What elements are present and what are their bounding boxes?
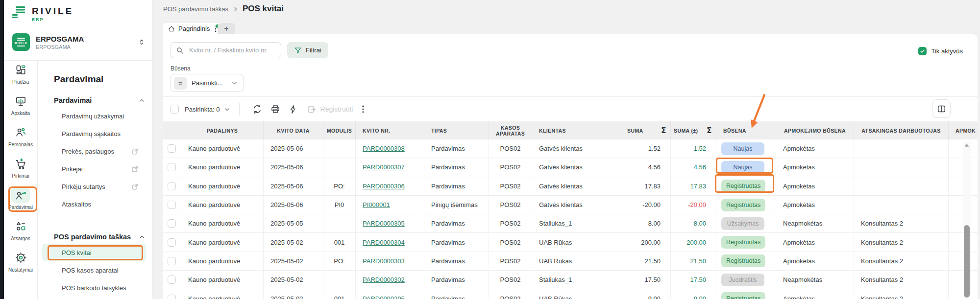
- amount: 17.83: [644, 183, 661, 190]
- table-header-row: PADALINYSKVITO DATAMODULISKVITO NR.TIPAS…: [163, 121, 978, 139]
- status-badge: Užsakymas: [721, 217, 764, 230]
- amount: 9.00: [648, 295, 661, 299]
- chevron-down-icon[interactable]: [224, 106, 230, 113]
- sum-aggregate-suma[interactable]: Σ: [658, 128, 666, 134]
- rail-item-atsargos[interactable]: Atsargos: [5, 218, 36, 245]
- lightning-button[interactable]: [289, 105, 298, 114]
- cart-icon: [11, 155, 30, 172]
- checkbox-checked-icon[interactable]: [918, 47, 927, 55]
- sidebar-header: RIVILE ERP RIVILE ERPOSGAMA ERPOSGAMA: [4, 0, 152, 61]
- status-badge: Registruotas: [721, 292, 765, 299]
- signed-amount: 17.83: [690, 183, 706, 190]
- status-badge: Naujas: [721, 161, 764, 174]
- gear-icon: [11, 249, 30, 266]
- register-button[interactable]: Registruoti: [307, 105, 353, 114]
- status-badge: Naujas: [721, 142, 764, 155]
- status-filter-dropdown[interactable]: = Pasirinkti...: [171, 74, 244, 92]
- rivile-logo[interactable]: RIVILE ERP: [12, 6, 74, 22]
- sidebar-item-pos-kvitai[interactable]: POS kvitai: [42, 244, 146, 261]
- row-checkbox[interactable]: [168, 163, 176, 171]
- sidebar-item-pos-kasos-aparatai[interactable]: POS kasos aparatai: [42, 261, 146, 279]
- sidebar-item-pirkejai[interactable]: Pirkėjai: [42, 160, 146, 178]
- receipt-link[interactable]: PARD0000308: [363, 145, 405, 152]
- amount: 200.00: [641, 239, 661, 246]
- add-tab-button[interactable]: +: [218, 23, 235, 34]
- sidebar-item-pos-barkodo-taisykles[interactable]: POS barkodo taisyklės: [42, 279, 146, 297]
- row-checkbox[interactable]: [168, 238, 176, 247]
- receipts-table: PADALINYSKVITO DATAMODULISKVITO NR.TIPAS…: [163, 121, 978, 299]
- scroll-up-icon[interactable]: [964, 143, 969, 147]
- receipt-link[interactable]: PARD0000295: [363, 295, 405, 299]
- select-all-checkbox[interactable]: [170, 105, 179, 114]
- active-only-toggle[interactable]: Tik aktyvūs: [918, 47, 963, 55]
- rail-item-pradzia[interactable]: Pradžia: [5, 61, 36, 89]
- row-checkbox[interactable]: [168, 257, 176, 265]
- kebab-menu-icon[interactable]: [362, 105, 364, 113]
- row-checkbox[interactable]: [168, 295, 176, 299]
- breadcrumb: POS pardavimo taškas POS kvitai: [163, 4, 284, 14]
- column-settings-button[interactable]: [932, 99, 951, 118]
- row-checkbox[interactable]: [168, 276, 176, 284]
- receipt-link[interactable]: PARD0000303: [363, 257, 405, 265]
- sidebar-item-pardavimu-saskaitos[interactable]: Pardavimų sąskaitos: [42, 125, 146, 142]
- sidebar-item-pardavimu-uzsakymai[interactable]: Pardavimų užsakymai: [42, 107, 146, 125]
- print-button[interactable]: [270, 104, 280, 114]
- row-checkbox[interactable]: [168, 201, 176, 209]
- column-header-kvito_data[interactable]: KVITO DATA: [264, 121, 323, 139]
- divider: [163, 96, 978, 97]
- column-header-tipas[interactable]: TIPAS: [424, 121, 489, 139]
- status-filter-label: Būsena: [171, 65, 191, 72]
- signed-amount: 1.52: [694, 145, 706, 152]
- receipt-link[interactable]: PARD0000307: [363, 163, 405, 171]
- sidebar: RIVILE ERP RIVILE ERPOSGAMA ERPOSGAMA Pr…: [4, 0, 152, 299]
- column-header-suma[interactable]: SUMAΣ: [624, 121, 671, 139]
- dashboard-icon: [11, 61, 30, 78]
- sidebar-item-prekes-paslaugos[interactable]: Prekės, paslaugos: [42, 142, 146, 160]
- tab-pagrindinis[interactable]: Pagrindinis: [163, 23, 225, 34]
- table-row: Kauno parduotuvė2025-05-02PARD0000302Par…: [163, 271, 978, 289]
- column-header-kvito_nr[interactable]: KVITO NR.: [356, 121, 424, 139]
- rail-item-personalas[interactable]: Personalas: [5, 124, 36, 151]
- shapes-icon: [11, 218, 30, 234]
- rail-item-apskaita[interactable]: Apskaita: [5, 92, 36, 120]
- rail-item-nustatymai[interactable]: Nustatymai: [5, 249, 36, 276]
- column-header-busena[interactable]: BŪSENA: [716, 121, 776, 139]
- sidebar-item-ataskaitos[interactable]: Ataskaitos: [42, 195, 146, 213]
- receipt-link[interactable]: PI000001: [363, 201, 390, 208]
- row-checkbox[interactable]: [168, 182, 176, 190]
- column-header-modulis[interactable]: MODULIS: [323, 121, 356, 139]
- row-checkbox[interactable]: [168, 219, 176, 228]
- scrollbar-thumb[interactable]: [964, 225, 970, 298]
- rail-item-pirkimai[interactable]: Pirkimai: [5, 155, 36, 183]
- column-header-apmok_cut[interactable]: APMOK: [949, 121, 978, 139]
- rail-item-pardavimai[interactable]: Pardavimai: [5, 186, 36, 214]
- content-card: Filtrai Tik aktyvūs Būsena = Pasirinkti.…: [163, 34, 978, 299]
- signed-amount: 200.00: [686, 239, 706, 246]
- receipt-link[interactable]: PARD0000304: [363, 239, 405, 246]
- equals-icon: =: [174, 77, 187, 90]
- sum-aggregate-suma_pm[interactable]: Σ: [704, 128, 712, 134]
- column-header-padalinys[interactable]: PADALINYS: [181, 121, 264, 139]
- sidebar-item-pirkeju-sutartys[interactable]: Pirkėjų sutartys: [42, 178, 146, 195]
- receipt-link[interactable]: PARD0000305: [363, 220, 405, 227]
- external-link-icon: [131, 148, 139, 155]
- breadcrumb-parent[interactable]: POS pardavimo taškas: [163, 5, 228, 13]
- column-header-sel: [163, 121, 181, 139]
- column-header-kasos_aparatas[interactable]: KASOS APARATAS: [489, 121, 532, 139]
- filter-button[interactable]: Filtrai: [287, 42, 328, 58]
- column-header-apmokejimo_busena[interactable]: APMOKĖJIMO BŪSENA: [776, 121, 854, 139]
- refresh-button[interactable]: [252, 104, 262, 114]
- column-header-atsakingas[interactable]: ATSAKINGAS DARBUOTOJAS: [854, 121, 949, 139]
- unfold-icon[interactable]: [138, 38, 146, 46]
- sidebar-section-pardavimai[interactable]: Pardavimai: [54, 96, 145, 104]
- search-input[interactable]: [188, 46, 276, 54]
- column-header-klientas[interactable]: KLIENTAS: [532, 121, 624, 139]
- row-checkbox[interactable]: [168, 144, 176, 153]
- sidebar-section-pos-pardavimo-taskas[interactable]: POS pardavimo taškas: [54, 233, 145, 241]
- receipt-link[interactable]: PARD0000306: [363, 183, 405, 190]
- receipt-link[interactable]: PARD0000302: [363, 276, 405, 283]
- signed-amount: 9.00: [694, 295, 706, 299]
- vertical-scrollbar[interactable]: [963, 141, 971, 299]
- column-header-suma_pm[interactable]: SUMA (±)Σ: [671, 121, 716, 139]
- workspace-switcher[interactable]: RIVILE ERPOSGAMA ERPOSGAMA: [12, 33, 146, 51]
